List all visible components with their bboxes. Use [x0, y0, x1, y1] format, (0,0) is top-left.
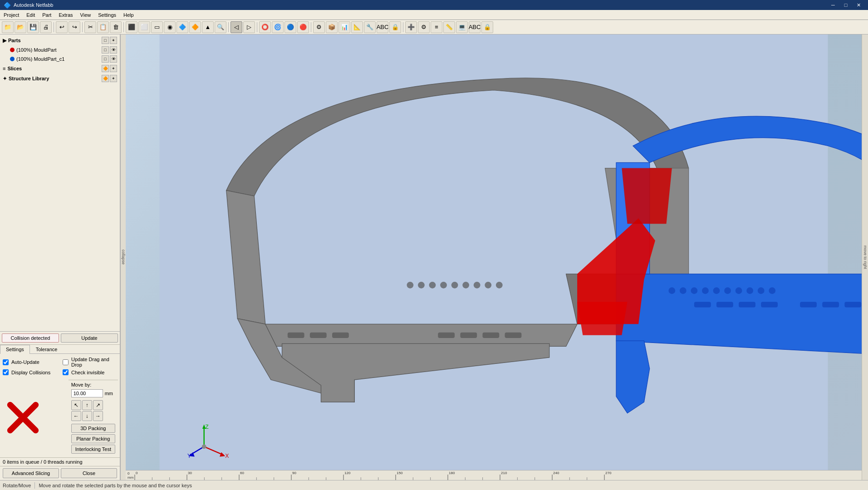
arrow-left[interactable]: ← — [71, 411, 81, 421]
structure-icon-btn[interactable]: 🔶 — [102, 75, 109, 82]
tb-list[interactable]: ≡ — [431, 21, 442, 33]
tb-add[interactable]: ➕ — [405, 21, 417, 33]
arrow-down[interactable]: ↓ — [82, 411, 92, 421]
tree-structure-section[interactable]: ✦ Structure Library 🔶 + — [1, 74, 119, 83]
model-container[interactable]: Z X Y — [126, 34, 862, 480]
btn-interlocking-test[interactable]: Interlocking Test — [71, 445, 115, 454]
menu-edit[interactable]: Edit — [23, 10, 39, 20]
tb-view6[interactable]: 🔶 — [189, 21, 201, 33]
menu-settings[interactable]: Settings — [94, 10, 120, 20]
tb-undo[interactable]: ↩ — [56, 21, 68, 33]
auto-update-checkbox[interactable] — [3, 359, 9, 365]
structure-label: Structure Library — [9, 76, 49, 81]
tb-zoom[interactable]: 🔍 — [215, 21, 226, 33]
tb-view3[interactable]: ▭ — [151, 21, 163, 33]
slices-plus[interactable]: + — [110, 65, 117, 72]
display-collisions-row[interactable]: Display Collisions — [3, 369, 57, 375]
tb-view7[interactable]: ▲ — [202, 21, 214, 33]
tb-view1[interactable]: ⬛ — [126, 21, 137, 33]
update-drag-row[interactable]: Update Drag and Drop — [63, 357, 117, 368]
tree-part1[interactable]: (100%) MouldPart □ 👁 — [1, 45, 119, 54]
tree-part2[interactable]: (100%) MouldPart_c1 □ 👁 — [1, 54, 119, 64]
tb-measure[interactable]: 📐 — [351, 21, 363, 33]
tb-chart[interactable]: 📊 — [338, 21, 350, 33]
svg-text:X: X — [225, 453, 229, 459]
menu-view[interactable]: View — [77, 10, 95, 20]
tree-parts-section[interactable]: ▶ Parts □ + — [1, 35, 119, 45]
tb-copy[interactable]: 📋 — [97, 21, 109, 33]
menu-extras[interactable]: Extras — [55, 10, 76, 20]
tab-settings[interactable]: Settings — [0, 345, 30, 354]
svg-point-34 — [758, 287, 765, 294]
arrow-up-right[interactable]: ↗ — [93, 400, 103, 410]
tb-color2[interactable]: 🔴 — [297, 21, 309, 33]
tb-move[interactable]: ▷ — [243, 21, 255, 33]
parts-icon-sq[interactable]: □ — [102, 37, 109, 44]
btn-3d-packing[interactable]: 3D Packing — [71, 424, 115, 433]
advanced-slicing-button[interactable]: Advanced Slicing — [3, 468, 59, 478]
update-drag-label: Update Drag and Drop — [71, 357, 117, 368]
svg-point-27 — [680, 287, 687, 294]
slices-icon-btn[interactable]: 🔶 — [102, 65, 109, 72]
tb-print[interactable]: 🖨 — [40, 21, 52, 33]
tb-select[interactable]: ◁ — [230, 21, 242, 33]
close-button[interactable]: ✕ — [853, 1, 864, 9]
move-to-right-bar[interactable]: move to right — [862, 34, 868, 480]
maximize-button[interactable]: □ — [840, 1, 852, 9]
menu-project[interactable]: Project — [0, 10, 23, 20]
tb-lock2[interactable]: 🔒 — [481, 21, 493, 33]
tb-cut[interactable]: ✂ — [84, 21, 96, 33]
tb-view4[interactable]: ◉ — [164, 21, 176, 33]
tb-abc2[interactable]: ABC — [469, 21, 481, 33]
minimize-button[interactable]: ─ — [827, 1, 839, 9]
tb-view2[interactable]: ⬜ — [138, 21, 150, 33]
menu-help[interactable]: Help — [120, 10, 137, 20]
tb-lock[interactable]: 🔒 — [389, 21, 401, 33]
menu-part[interactable]: Part — [39, 10, 55, 20]
collapse-bar[interactable]: collapse — [120, 34, 126, 480]
tb-sep-3 — [123, 22, 124, 32]
collision-detected-button[interactable]: Collision detected — [2, 333, 59, 343]
update-button[interactable]: Update — [61, 333, 118, 343]
tb-rotate[interactable]: ⭕ — [259, 21, 271, 33]
part2-icon-eye[interactable]: 👁 — [110, 55, 117, 63]
display-collisions-checkbox[interactable] — [3, 369, 9, 375]
structure-plus[interactable]: + — [110, 75, 117, 82]
tb-save[interactable]: 💾 — [27, 21, 39, 33]
arrow-right[interactable]: → — [93, 411, 103, 421]
tb-redo[interactable]: ↪ — [69, 21, 80, 33]
arrow-up-left[interactable]: ↖ — [71, 400, 81, 410]
auto-update-row[interactable]: Auto-Update — [3, 357, 57, 368]
tb-text[interactable]: ABC — [377, 21, 388, 33]
part2-icon-sq[interactable]: □ — [102, 55, 109, 63]
update-drag-checkbox[interactable] — [63, 359, 69, 365]
tb-open[interactable]: 📂 — [15, 21, 26, 33]
tb-wrench[interactable]: 🔧 — [364, 21, 376, 33]
tb-new[interactable]: 📁 — [2, 21, 14, 33]
tb-color1[interactable]: 🔵 — [284, 21, 296, 33]
viewport[interactable]: Z X Y 0 mm 030609 — [126, 34, 862, 480]
svg-point-12 — [429, 282, 436, 289]
tb-ruler[interactable]: 📏 — [443, 21, 455, 33]
tab-tolerance[interactable]: Tolerance — [30, 345, 64, 353]
parts-icon-plus[interactable]: + — [110, 37, 117, 44]
part1-icon-eye[interactable]: 👁 — [110, 46, 117, 54]
btn-planar-packing[interactable]: Planar Packing — [71, 434, 115, 443]
tb-laptop[interactable]: 💻 — [456, 21, 468, 33]
svg-rect-4 — [310, 333, 327, 338]
tb-package[interactable]: 📦 — [326, 21, 338, 33]
check-invisible-checkbox[interactable] — [63, 369, 69, 375]
svg-text:150: 150 — [397, 471, 403, 475]
part1-icon-sq[interactable]: □ — [102, 46, 109, 54]
move-to-right-label: move to right — [863, 245, 868, 269]
tb-delete[interactable]: 🗑 — [110, 21, 122, 33]
tb-view5[interactable]: 🔷 — [177, 21, 188, 33]
move-by-input[interactable] — [71, 389, 103, 397]
tb-settings[interactable]: ⚙ — [313, 21, 325, 33]
tb-gear[interactable]: ⚙ — [418, 21, 430, 33]
arrow-up[interactable]: ↑ — [82, 400, 92, 410]
close-button-panel[interactable]: Close — [61, 468, 117, 478]
tb-transform[interactable]: 🌀 — [272, 21, 284, 33]
tree-slices-section[interactable]: ≡ Slices 🔶 + — [1, 64, 119, 74]
check-invisible-row[interactable]: Check invisible — [63, 369, 117, 375]
